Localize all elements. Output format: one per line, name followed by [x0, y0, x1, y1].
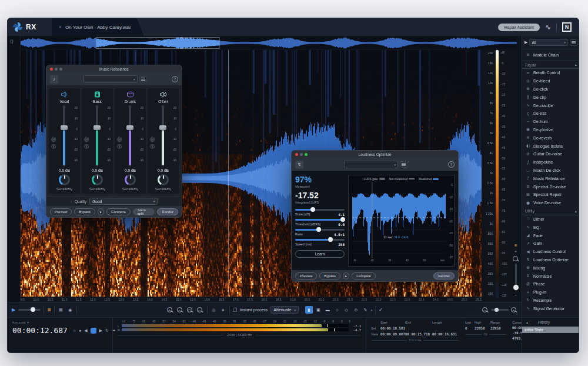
fader-handle[interactable] — [93, 125, 101, 130]
file-tab[interactable]: × On Your Own - Abby Carey.wav — [52, 18, 144, 36]
module-item-de-hum[interactable]: ∼De-hum — [522, 118, 579, 126]
extra-tool-icon[interactable]: ∗ — [220, 307, 226, 314]
repair-assistant-button[interactable]: Repair Assistant — [498, 24, 540, 31]
selection-tool-icon[interactable]: ▬ — [324, 306, 332, 314]
monitor-volume-slider[interactable] — [18, 309, 41, 311]
module-note-icon[interactable]: ♪ — [50, 75, 58, 84]
dialog-titlebar[interactable]: Music Rebalance — [46, 65, 182, 73]
module-item-de-crackle[interactable]: ∿De-crackle — [522, 101, 579, 109]
close-icon[interactable] — [50, 68, 53, 71]
tab-close-icon[interactable]: × — [59, 24, 62, 30]
fader-handle[interactable] — [126, 125, 133, 130]
horizontal-zoom-knob[interactable] — [495, 308, 499, 312]
bypass-menu-icon[interactable]: ▸ — [343, 272, 349, 280]
lufs-gate-swatch[interactable] — [379, 178, 385, 180]
module-item-eq[interactable]: ∿EQ — [522, 223, 579, 231]
mute-button[interactable]: M — [117, 137, 122, 142]
module-wand-icon[interactable]: ↯ — [295, 161, 303, 169]
mute-button[interactable]: M — [51, 137, 56, 142]
module-item-mouth-de-click[interactable]: ◡Mouth De-click — [522, 167, 579, 175]
module-item-normalize[interactable]: ↕Normalize — [522, 272, 579, 280]
time-format-selector[interactable]: h:m:s.ms ▾ — [12, 321, 108, 324]
list-view-icon[interactable] — [570, 39, 577, 46]
zoom-tool-icon[interactable]: − — [177, 307, 182, 312]
zoom-out-icon[interactable]: − — [482, 307, 487, 312]
module-item-loudness-control[interactable]: ◀Loudness Control — [522, 248, 579, 256]
solo-button[interactable]: S — [84, 144, 89, 149]
preview-button[interactable]: Preview — [50, 208, 72, 215]
sensitivity-knob[interactable] — [59, 174, 70, 185]
vertical-zoom-knob[interactable] — [513, 285, 519, 290]
sensitivity-knob[interactable] — [158, 174, 169, 185]
utility-section-header[interactable]: Utility ▴ — [522, 207, 579, 215]
selection-tool-icon[interactable]: ▣ — [315, 306, 322, 314]
rewind-button[interactable]: ◀ — [84, 328, 87, 333]
module-item-gain[interactable]: ↗Gain — [522, 239, 579, 248]
preview-play-icon[interactable]: ▶ — [524, 40, 527, 45]
quality-dropdown[interactable]: Good ▾ — [89, 198, 158, 205]
play-button[interactable]: ▶ — [99, 328, 102, 333]
module-item-de-clip[interactable]: ∥De-clip — [522, 93, 579, 101]
zoom-window-icon[interactable] — [305, 153, 308, 156]
preset-dropdown[interactable]: ▾ — [83, 75, 138, 83]
close-icon[interactable] — [295, 153, 298, 156]
module-item-mixing[interactable]: ⊕Mixing — [522, 264, 579, 272]
module-chain-item[interactable]: ≡ Module Chain — [522, 49, 579, 61]
render-button[interactable]: Render — [433, 272, 455, 280]
mute-button[interactable]: M — [150, 137, 155, 142]
module-item-voice-de-noise[interactable]: ●Voice De-noise — [522, 199, 579, 207]
view-toggle-icon[interactable]: ▤ — [58, 307, 64, 314]
module-item-breath-control[interactable]: ≈Breath Control — [522, 69, 579, 77]
vocal-fader[interactable]: 20100-10-20-30 MS — [51, 105, 78, 167]
sensitivity-knob[interactable] — [92, 174, 103, 185]
zoom-in-icon[interactable]: + — [511, 307, 516, 312]
waveform-overview[interactable] — [21, 37, 517, 49]
boost-slider[interactable] — [295, 209, 345, 211]
fader-handle[interactable] — [159, 125, 166, 130]
mute-button[interactable]: M — [84, 137, 89, 142]
record-button[interactable]: ● — [79, 328, 81, 332]
slider-knob[interactable] — [328, 237, 333, 242]
extra-tool-icon[interactable]: ◎ — [211, 307, 217, 314]
history-filter-icon[interactable]: ▲ — [526, 321, 529, 324]
preset-menu-icon[interactable] — [139, 76, 147, 82]
overview-brackets-icon[interactable]: ⟨⟩ — [10, 39, 14, 44]
monitor-icon[interactable]: ∩ — [73, 328, 76, 332]
minimize-icon[interactable] — [55, 68, 58, 71]
preset-menu-icon[interactable] — [400, 161, 407, 168]
other-fader[interactable]: 20100-10-20-30 MS — [149, 105, 177, 167]
process-mode-dropdown[interactable]: Attenuate ▾ — [270, 306, 298, 314]
volume-knob[interactable] — [31, 307, 35, 312]
module-item-plug-in[interactable]: +Plug-in — [522, 288, 579, 297]
pen-dropdown-icon[interactable]: ▾ — [371, 308, 373, 312]
module-item-resample[interactable]: ↻Resample — [522, 297, 579, 305]
ratio-slider[interactable] — [295, 229, 345, 231]
selection-tool-icon[interactable]: ◇ — [343, 306, 350, 314]
module-item-guitar-de-noise[interactable]: ⊘Guitar De-noise — [522, 150, 579, 158]
vertical-zoom-out-button[interactable]: − — [514, 293, 517, 297]
slider-knob[interactable] — [310, 207, 315, 212]
repair-section-header[interactable]: Repair ▴ — [522, 61, 579, 69]
threshold-slider[interactable] — [295, 219, 345, 221]
solo-button[interactable]: S — [117, 144, 122, 149]
preview-button[interactable]: Preview — [295, 272, 317, 280]
compare-button[interactable]: Compare — [352, 272, 376, 280]
history-item-initial-state[interactable]: Initial State — [522, 327, 579, 333]
time-ruler[interactable]: 9.510.010.511.011.512.012.513.013.514.01… — [21, 297, 482, 302]
zoom-tool-icon[interactable]: ↔ — [197, 307, 202, 312]
stop-button[interactable] — [91, 328, 96, 334]
speed-slider[interactable] — [295, 239, 345, 241]
dialog-titlebar[interactable]: Loudness Optimize — [292, 151, 458, 158]
horizontal-zoom-slider[interactable] — [491, 309, 509, 311]
slider-knob[interactable] — [316, 227, 321, 232]
module-item-de-bleed[interactable]: ⊙De-bleed — [522, 77, 579, 85]
module-item-music-rebalance[interactable]: ♪Music Rebalance — [522, 174, 579, 182]
module-item-loudness-optimize[interactable]: ↯Loudness Optimize — [522, 256, 579, 264]
module-item-de-click[interactable]: ⊗De-click — [522, 85, 579, 94]
bypass-button[interactable]: Bypass — [74, 208, 95, 215]
loudness-graph[interactable] — [352, 182, 446, 258]
zoom-window-icon[interactable] — [59, 68, 62, 71]
module-item-de-reverb[interactable]: ≋De-reverb — [522, 134, 579, 142]
vertical-zoom-in-button[interactable]: + — [514, 249, 517, 254]
zoom-tool-icon[interactable]: ▭ — [187, 307, 192, 312]
